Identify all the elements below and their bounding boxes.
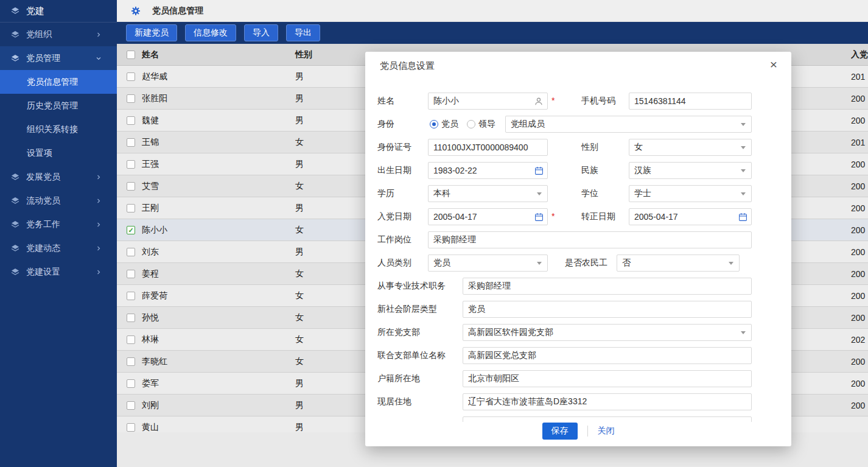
row-checkbox-cell xyxy=(127,314,136,322)
row-checkbox[interactable] xyxy=(127,160,135,169)
calendar-icon[interactable] xyxy=(738,212,747,222)
sidebar-item-mobile-members[interactable]: 流动党员 xyxy=(0,189,117,212)
sidebar-item-party-settings[interactable]: 党建设置 xyxy=(0,260,117,284)
social-class-field[interactable] xyxy=(463,301,752,318)
tech-title-field[interactable] xyxy=(463,278,752,295)
required-marker: * xyxy=(551,96,555,105)
education-select[interactable]: 本科 xyxy=(428,185,548,202)
page-title: 党员信息管理 xyxy=(152,5,203,16)
row-checkbox[interactable] xyxy=(127,379,135,388)
calendar-icon[interactable] xyxy=(534,166,544,175)
radio-party-member[interactable] xyxy=(430,120,438,128)
row-join-date: 200 xyxy=(851,116,868,125)
sidebar-item-party-org[interactable]: 党组织 xyxy=(0,23,117,46)
row-checkbox[interactable] xyxy=(127,248,135,256)
radio-leader[interactable] xyxy=(467,120,475,128)
chevron-right-icon xyxy=(95,221,102,228)
person-picker-icon[interactable] xyxy=(534,97,544,106)
close-link[interactable]: 关闭 xyxy=(598,426,615,437)
row-checkbox[interactable] xyxy=(127,270,135,278)
form-row: 新社会阶层类型 xyxy=(377,301,779,318)
row-checkbox[interactable] xyxy=(127,182,135,191)
row-join-date: 200 xyxy=(851,247,868,257)
new-member-button[interactable]: 新建党员 xyxy=(126,24,177,41)
phone-field[interactable] xyxy=(629,93,752,110)
row-name: 王刚 xyxy=(142,203,295,214)
form-row: 所在党支部 高新园区软件园党支部 xyxy=(377,324,779,341)
sidebar-subitem-member-info[interactable]: 党员信息管理 xyxy=(0,70,117,94)
row-checkbox[interactable] xyxy=(127,335,135,344)
name-field[interactable]: 陈小小 xyxy=(428,93,548,110)
row-checkbox[interactable]: ✓ xyxy=(127,226,135,234)
sidebar-subitem-history-members[interactable]: 历史党员管理 xyxy=(0,94,117,118)
form-row: 学历 本科 学位 学士 xyxy=(377,185,779,202)
row-checkbox-cell xyxy=(127,423,136,432)
row-name: 娄军 xyxy=(142,378,295,389)
row-name: 陈小小 xyxy=(142,225,295,236)
row-checkbox[interactable] xyxy=(127,423,135,432)
row-checkbox[interactable] xyxy=(127,292,135,300)
regular-date-field[interactable]: 2005-04-17 xyxy=(629,208,752,225)
identity-role-select[interactable]: 党组成员 xyxy=(505,116,752,133)
name-label: 姓名 xyxy=(377,96,428,107)
row-checkbox[interactable] xyxy=(127,72,135,81)
close-icon[interactable]: × xyxy=(766,57,782,72)
form-row: 工作岗位 xyxy=(377,231,779,248)
edit-info-button[interactable]: 信息修改 xyxy=(185,24,236,41)
dialog-form: 姓名 陈小小 * 手机号码 身份 党员 领导 xyxy=(377,93,779,427)
row-checkbox[interactable] xyxy=(127,314,135,322)
sidebar-item-develop-members[interactable]: 发展党员 xyxy=(0,165,117,189)
row-name: 张胜阳 xyxy=(142,93,295,104)
gender-select[interactable]: 女 xyxy=(629,139,752,156)
row-checkbox-cell xyxy=(127,160,136,169)
select-all-checkbox[interactable] xyxy=(127,51,135,59)
migrant-select[interactable]: 否 xyxy=(617,255,740,272)
row-checkbox[interactable] xyxy=(127,138,135,147)
id-number-field[interactable] xyxy=(428,139,548,156)
household-field[interactable] xyxy=(463,370,752,387)
form-row: 姓名 陈小小 * 手机号码 xyxy=(377,93,779,110)
row-name: 王锦 xyxy=(142,137,295,148)
chevron-down-icon xyxy=(729,262,733,265)
sidebar-item-member-mgmt[interactable]: 党员管理 xyxy=(0,46,117,70)
row-join-date: 200 xyxy=(851,401,868,410)
row-name: 王强 xyxy=(142,159,295,170)
join-date-field[interactable]: 2005-04-17 xyxy=(428,208,548,225)
row-name: 艾雪 xyxy=(142,181,295,192)
birth-date-field[interactable]: 1983-02-22 xyxy=(428,162,548,179)
chevron-right-icon xyxy=(95,174,102,181)
category-select[interactable]: 党员 xyxy=(428,255,548,272)
ethnicity-label: 民族 xyxy=(581,165,629,176)
row-checkbox[interactable] xyxy=(127,204,135,212)
calendar-icon[interactable] xyxy=(534,212,544,222)
degree-label: 学位 xyxy=(581,188,629,199)
import-button[interactable]: 导入 xyxy=(244,24,278,41)
joint-branch-field[interactable] xyxy=(463,347,752,364)
sidebar-subitem-settings[interactable]: 设置项 xyxy=(0,141,117,165)
sidebar-item-party-affairs[interactable]: 党务工作 xyxy=(0,212,117,236)
row-checkbox[interactable] xyxy=(127,401,135,410)
row-join-date: 201 xyxy=(851,72,868,82)
residence-label: 现居住地 xyxy=(377,396,463,407)
gender-label: 性别 xyxy=(581,142,629,153)
form-row: 身份证号 性别 女 xyxy=(377,139,779,156)
branch-select[interactable]: 高新园区软件园党支部 xyxy=(463,324,752,341)
row-checkbox[interactable] xyxy=(127,357,135,366)
degree-select[interactable]: 学士 xyxy=(629,185,752,202)
residence-field[interactable] xyxy=(463,393,752,410)
row-join-date: 200 xyxy=(851,203,868,213)
row-checkbox[interactable] xyxy=(127,116,135,125)
position-field[interactable] xyxy=(428,231,752,248)
sidebar-item-party-news[interactable]: 党建动态 xyxy=(0,236,117,260)
chevron-right-icon xyxy=(95,197,102,205)
row-name: 薛爱荷 xyxy=(142,290,295,301)
category-label: 人员类别 xyxy=(377,258,428,269)
save-button[interactable]: 保存 xyxy=(542,423,578,440)
export-button[interactable]: 导出 xyxy=(286,24,320,41)
row-join-date: 200 xyxy=(851,291,868,301)
ethnicity-select[interactable]: 汉族 xyxy=(629,162,752,179)
row-checkbox[interactable] xyxy=(127,94,135,103)
sidebar-subitem-relation-transfer[interactable]: 组织关系转接 xyxy=(0,118,117,141)
social-class-label: 新社会阶层类型 xyxy=(377,304,463,315)
form-row: 身份 党员 领导 党组成员 xyxy=(377,116,779,133)
